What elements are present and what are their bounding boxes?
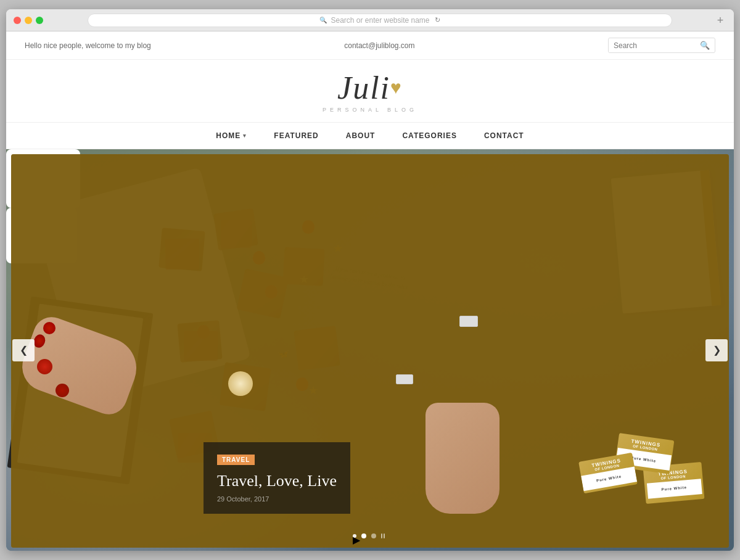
tea-tag-1	[459, 316, 478, 327]
address-bar[interactable]: 🔍 Search or enter website name ↻	[88, 14, 672, 27]
top-bar-search: 🔍	[608, 38, 715, 53]
logo-subtitle: PERSONAL BLOG	[6, 107, 734, 113]
prev-slide-button[interactable]: ❮	[12, 339, 35, 361]
post-date: 29 October, 2017	[217, 495, 337, 503]
search-input[interactable]	[609, 39, 695, 52]
top-bar: Hello nice people, welcome to my blog co…	[6, 31, 734, 60]
new-tab-button[interactable]: +	[714, 14, 726, 27]
website-content: Hello nice people, welcome to my blog co…	[6, 31, 734, 551]
hero-slider: If you can't solve a problem, it's becau…	[6, 149, 734, 551]
hero-image: If you can't solve a problem, it's becau…	[6, 149, 734, 551]
candy-1	[37, 359, 52, 374]
nav-item-about[interactable]: ABOUT	[332, 123, 389, 149]
slide-dot-1[interactable]	[361, 533, 366, 538]
nav-home-label: HOME	[216, 131, 240, 140]
nav-about-label: ABOUT	[346, 131, 376, 140]
close-button[interactable]	[14, 17, 21, 24]
reload-icon[interactable]: ↻	[435, 16, 440, 24]
slide-indicators: ▶	[353, 533, 387, 538]
slide-play-icon: ▶	[353, 534, 356, 538]
minimize-button[interactable]	[25, 17, 32, 24]
chevron-down-icon: ▾	[243, 133, 247, 139]
tea-tag-2	[396, 374, 413, 384]
twinings-product-1: Pure White	[646, 479, 702, 499]
cream-swirl	[228, 371, 253, 396]
post-title: Travel, Love, Live	[217, 471, 337, 490]
nav-item-categories[interactable]: CATEGORIES	[388, 123, 470, 149]
pause-bar-1	[381, 533, 382, 538]
candy-3	[43, 322, 56, 334]
nav-item-featured[interactable]: FEATURED	[260, 123, 332, 149]
post-overlay: TRAVEL Travel, Love, Live 29 October, 20…	[204, 442, 350, 514]
logo-name: Juli	[337, 70, 390, 105]
slide-dot-2[interactable]	[371, 533, 376, 538]
hand-holding-cup	[426, 403, 500, 514]
browser-titlebar: 🔍 Search or enter website name ↻ +	[6, 9, 734, 31]
top-bar-email: contact@juliblog.com	[344, 41, 414, 50]
nav-item-home[interactable]: HOME ▾	[202, 123, 260, 149]
maximize-button[interactable]	[36, 17, 43, 24]
tea-cup-2	[6, 208, 77, 263]
slide-pause-icon[interactable]	[381, 533, 387, 538]
nav-item-contact[interactable]: CONTACT	[471, 123, 538, 149]
next-slide-button[interactable]: ❯	[705, 339, 728, 361]
post-category-badge: TRAVEL	[217, 455, 255, 465]
search-button[interactable]: 🔍	[695, 38, 715, 52]
top-bar-greeting: Hello nice people, welcome to my blog	[25, 41, 151, 50]
search-icon: 🔍	[319, 17, 327, 23]
address-text: Search or enter website name	[331, 16, 429, 25]
nav-contact-label: CONTACT	[484, 131, 524, 140]
logo-area: Juli♥ PERSONAL BLOG	[6, 60, 734, 122]
nav-categories-label: CATEGORIES	[402, 131, 456, 140]
browser-window: 🔍 Search or enter website name ↻ + Hello…	[6, 9, 734, 551]
candy-2	[56, 384, 69, 397]
site-logo[interactable]: Juli♥	[337, 72, 403, 104]
main-nav: HOME ▾ FEATURED ABOUT CATEGORIES CONTACT	[6, 122, 734, 149]
traffic-lights	[14, 17, 43, 24]
logo-heart-icon: ♥	[390, 77, 403, 97]
nav-featured-label: FEATURED	[274, 131, 318, 140]
pause-bar-2	[384, 533, 385, 538]
